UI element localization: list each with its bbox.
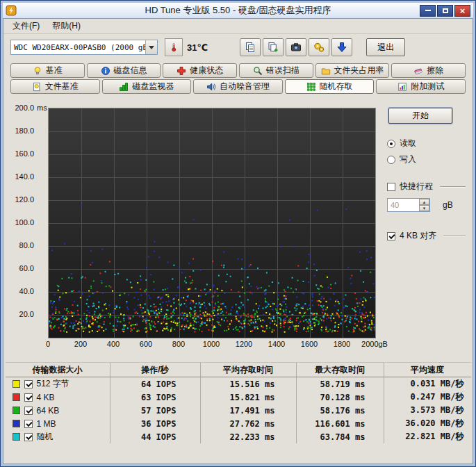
bulb-icon <box>33 66 42 76</box>
maximize-button[interactable] <box>437 5 453 17</box>
series-color-swatch <box>13 407 20 414</box>
drive-selector-value: WDC WD20EARX-00PASB0 (2000 gB) <box>11 43 145 52</box>
x-axis-tick: 2000gB <box>361 340 388 348</box>
thermometer-icon <box>169 42 179 52</box>
start-button[interactable]: 开始 <box>388 108 452 124</box>
close-icon: × <box>460 6 466 15</box>
cell-avg-speed: 0.031 MB/秒 <box>384 377 471 391</box>
series-checkbox[interactable] <box>24 407 33 415</box>
close-button[interactable]: × <box>454 5 470 17</box>
menubar: 文件(F) 帮助(H) <box>3 19 473 34</box>
cell-iops: 63 IOPS <box>110 391 200 404</box>
tab-benchmark[interactable]: 基准 <box>10 63 85 78</box>
series-cell: 64 KB <box>6 404 110 417</box>
minimize-button[interactable] <box>420 5 436 17</box>
test-controls-panel: 开始 读取 写入 快捷行程 40 <box>376 97 468 352</box>
screenshot-button[interactable] <box>286 38 306 56</box>
x-axis-tick: 1600 <box>301 340 318 348</box>
tab-extra-tests[interactable]: 附加测试 <box>376 79 466 94</box>
info-icon <box>101 66 110 76</box>
table-row: 1 MB36 IOPS27.762 ms116.601 ms36.020 MB/… <box>6 417 471 430</box>
window-title: HD Tune 专业版 5.50 - 硬盘/固态硬盘实用程序 <box>145 4 331 17</box>
copy-icon <box>245 42 256 53</box>
menu-help[interactable]: 帮助(H) <box>46 19 87 33</box>
short-stroke-size-input[interactable]: 40 ▲ ▼ <box>387 198 430 212</box>
drive-selector-dropdown-button[interactable] <box>145 40 157 54</box>
column-header: 操作/秒 <box>110 363 200 377</box>
tab-aam[interactable]: 自动噪音管理 <box>193 79 283 94</box>
main-area: ms 20.040.060.080.0100.0120.0140.0160.01… <box>3 94 473 352</box>
camera-icon <box>290 42 302 53</box>
tab-folder-usage[interactable]: 文件夹占用率 <box>315 63 390 78</box>
series-label: 64 KB <box>37 406 60 416</box>
menu-file[interactable]: 文件(F) <box>6 19 46 33</box>
chevron-down-icon <box>149 46 154 52</box>
tab-disk-monitor[interactable]: 磁盘监视器 <box>102 79 192 94</box>
x-axis-tick: 1200 <box>236 340 252 348</box>
y-axis-tick: 120.0 <box>8 195 34 204</box>
short-stroke-size-value: 40 <box>388 199 419 211</box>
results-table: 传输数据大小 操作/秒 平均存取时间 最大存取时间 平均速度 512 字节64 … <box>6 362 471 443</box>
tab-disk-info[interactable]: 磁盘信息 <box>87 63 161 78</box>
copy-button[interactable] <box>240 38 261 56</box>
cell-max-access-time: 116.601 ms <box>296 417 384 430</box>
x-axis-tick: 1400 <box>268 340 285 348</box>
eraser-icon <box>413 66 423 76</box>
cell-avg-access-time: 22.233 ms <box>200 430 296 443</box>
write-radio[interactable] <box>387 156 395 164</box>
cell-avg-access-time: 15.516 ms <box>200 377 296 391</box>
series-color-swatch <box>13 380 20 388</box>
settings-button[interactable] <box>309 38 329 56</box>
magnifier-icon <box>253 66 263 76</box>
toolbar: WDC WD20EARX-00PASB0 (2000 gB) 31℃ <box>3 34 473 60</box>
column-header: 平均速度 <box>384 363 471 377</box>
y-axis-tick: 40.0 <box>8 287 34 295</box>
align-4kb-checkbox[interactable] <box>387 232 395 240</box>
tab-erase[interactable]: 擦除 <box>391 63 466 78</box>
tab-health[interactable]: 健康状态 <box>163 63 237 78</box>
table-row: 4 KB63 IOPS15.821 ms70.128 ms0.247 MB/秒 <box>6 391 471 404</box>
read-radio[interactable] <box>387 140 395 148</box>
cell-avg-speed: 36.020 MB/秒 <box>384 417 471 430</box>
spin-up-button[interactable]: ▲ <box>419 199 429 205</box>
settings-icon <box>313 42 325 53</box>
cell-avg-speed: 0.247 MB/秒 <box>384 391 471 404</box>
table-row: 512 字节64 IOPS15.516 ms58.719 ms0.031 MB/… <box>6 377 471 391</box>
copy-add-button[interactable] <box>263 38 284 56</box>
table-row: 64 KB57 IOPS17.491 ms58.176 ms3.573 MB/秒 <box>6 404 471 417</box>
tab-file-benchmark[interactable]: 文件基准 <box>10 79 100 94</box>
extra-tests-icon <box>397 82 407 92</box>
copy-add-icon <box>268 42 279 53</box>
series-checkbox[interactable] <box>24 433 33 441</box>
exit-button[interactable]: 退出 <box>366 38 405 56</box>
spin-down-button[interactable]: ▼ <box>419 205 429 211</box>
short-stroke-checkbox[interactable] <box>387 183 395 191</box>
read-label: 读取 <box>400 138 416 149</box>
series-checkbox[interactable] <box>24 420 33 428</box>
y-axis-unit: ms <box>37 104 47 112</box>
titlebar[interactable]: HD Tune 专业版 5.50 - 硬盘/固态硬盘实用程序 × <box>3 3 473 18</box>
save-results-button[interactable] <box>331 38 352 56</box>
series-checkbox[interactable] <box>24 393 33 402</box>
drive-selector[interactable]: WDC WD20EARX-00PASB0 (2000 gB) <box>10 40 158 55</box>
tab-label: 文件基准 <box>45 81 79 92</box>
file-benchmark-icon <box>32 82 42 92</box>
series-label: 随机 <box>37 431 54 443</box>
series-cell: 随机 <box>6 430 110 443</box>
results-rows: 512 字节64 IOPS15.516 ms58.719 ms0.031 MB/… <box>6 377 471 443</box>
x-axis-tick: 600 <box>140 340 152 348</box>
x-axis-tick: 400 <box>107 340 120 348</box>
y-axis-tick: 200.0 <box>8 104 34 112</box>
cell-avg-access-time: 15.821 ms <box>200 391 296 404</box>
series-cell: 4 KB <box>6 391 110 404</box>
cell-iops: 44 IOPS <box>110 430 200 443</box>
series-label: 512 字节 <box>37 378 69 390</box>
tab-label: 文件夹占用率 <box>334 65 384 76</box>
folder-icon <box>321 66 331 76</box>
series-checkbox[interactable] <box>24 380 33 388</box>
access-time-chart: ms 20.040.060.080.0100.0120.0140.0160.01… <box>8 97 376 352</box>
cell-max-access-time: 58.719 ms <box>296 377 384 391</box>
tab-label: 基准 <box>46 65 63 76</box>
tab-error-scan[interactable]: 错误扫描 <box>239 63 313 78</box>
tab-random-access[interactable]: 随机存取 <box>285 79 375 94</box>
